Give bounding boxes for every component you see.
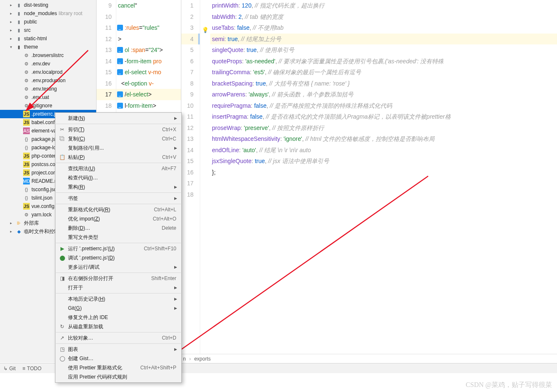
code-line[interactable]: singleQuote: true, // 使用单引号 — [210, 44, 557, 56]
menu-item[interactable]: ↻从磁盘重新加载 — [55, 322, 181, 331]
fold-marker-icon[interactable] — [117, 58, 123, 64]
right-editor[interactable]: printWidth: 120, // 指定代码长度，超出换行tabWidth:… — [200, 0, 557, 363]
fold-marker-icon[interactable] — [117, 25, 123, 31]
fold-marker-icon[interactable] — [117, 103, 123, 109]
menu-shortcut: Ctrl+V — [162, 154, 176, 160]
menu-item[interactable]: ✂剪切(T)Ctrl+X — [55, 125, 181, 134]
tree-item-envproduction[interactable]: ⚙.env.production — [0, 76, 96, 85]
tree-item-label: tslint.json — [31, 195, 52, 201]
code-line[interactable]: }; — [210, 167, 557, 178]
tree-item-theme[interactable]: ▾▮theme — [0, 43, 96, 51]
menu-item[interactable]: 📋粘贴(P)Ctrl+V — [55, 153, 181, 162]
code-line[interactable]: jsxSingleQuote: true, // jsx 语法中使用单引号 — [210, 156, 557, 167]
menu-item[interactable]: 修复文件上的 IDE — [55, 313, 181, 322]
menu-item[interactable]: ▶运行 '.prettierrc.js'(U)Ctrl+Shift+F10 — [55, 244, 181, 253]
tree-item-gitignore[interactable]: ⚙.gitignore — [0, 101, 96, 110]
chevron-icon: ▸ — [10, 20, 15, 24]
code-line[interactable]: proseWrap: 'preserve', // 按照文件原样折行 — [210, 122, 557, 134]
fold-marker-icon[interactable] — [117, 69, 123, 75]
menu-item[interactable]: 重构(R)▶ — [55, 182, 181, 192]
menu-item[interactable]: 书签▶ — [55, 194, 181, 203]
code-line[interactable]: insertPragma: false, // 是否在格式化的文件顶部插入Pra… — [210, 111, 557, 122]
menu-item[interactable]: 删除(D)…Delete — [55, 223, 181, 233]
code-line[interactable]: arrowParens: 'always', // 箭头函数，单个参数添加括号 — [210, 89, 557, 100]
code-line[interactable]: trailingComma: 'es5', // 确保对象的最后一个属性后有逗号 — [210, 67, 557, 78]
code-line[interactable]: -form-item pro — [116, 56, 181, 67]
git-tool-button[interactable]: ↳ Git — [3, 366, 16, 371]
menu-item[interactable]: 优化 import(Z)Ctrl+Alt+O — [55, 214, 181, 223]
tree-item-envuat[interactable]: ⚙.env.uat — [0, 93, 96, 101]
code-line[interactable]: l-form-item> — [116, 100, 181, 112]
tree-item-label: .env.dev — [31, 61, 50, 67]
chevron-right-icon: ▶ — [174, 347, 177, 351]
menu-item[interactable]: 重新格式化代码(R)Ctrl+Alt+L — [55, 205, 181, 214]
chevron-right-icon: › — [189, 356, 191, 362]
menu-item-icon: ✂ — [59, 127, 65, 132]
menu-shortcut: Ctrl+Shift+F10 — [144, 246, 176, 252]
gear-icon: ⚙ — [23, 69, 30, 75]
menu-item[interactable]: 更多运行/调试▶ — [55, 262, 181, 272]
menu-shortcut: Ctrl+C — [162, 136, 176, 142]
gear-icon: ⚙ — [23, 86, 30, 92]
menu-item[interactable]: 查找用法(U)Alt+F7 — [55, 164, 181, 173]
menu-item-label: 图表 — [68, 346, 78, 353]
right-editor-gutter: 123456789101112131415161718 — [181, 0, 200, 363]
branch-icon: ↳ — [3, 366, 8, 371]
tree-item-envtesting[interactable]: ⚙.env.testing — [0, 85, 96, 93]
code-line[interactable]: printWidth: 120, // 指定代码长度，超出换行 — [210, 0, 557, 11]
menu-item[interactable]: 应用 Prettier 代码样式规则 — [55, 372, 181, 382]
code-line[interactable]: <el-option v- — [116, 78, 181, 89]
menu-separator — [56, 343, 181, 344]
menu-item[interactable]: Git(G)▶ — [55, 304, 181, 313]
menu-item-label: 应用 Prettier 代码样式规则 — [68, 374, 127, 381]
code-line[interactable]: endOfLine: 'auto', // 结尾 \n \r \n\r auto — [210, 145, 557, 156]
breadcrumb-item[interactable]: n — [183, 356, 186, 362]
todo-tool-button[interactable]: ≡ TODO — [22, 366, 41, 371]
chevron-right-icon: ▶ — [174, 185, 177, 189]
context-menu: 新建(N)▶✂剪切(T)Ctrl+X⿻复制(C)Ctrl+C复制路径/引用...… — [55, 112, 182, 383]
menu-item[interactable]: ⬤调试 '.prettierrc.js'(D) — [55, 253, 181, 262]
code-line[interactable]: :rules="rules" — [116, 22, 181, 34]
code-line[interactable]: quoteProps: 'as-needed', // 要求对象字面量属性是否使… — [210, 56, 557, 67]
menu-item[interactable]: 使用 Prettier 重新格式化Ctrl+Alt+Shift+P — [55, 363, 181, 372]
menu-item[interactable]: 检查代码(I)… — [55, 173, 181, 182]
menu-item[interactable]: ◯创建 Gist… — [55, 354, 181, 363]
menu-item[interactable]: ◨在右侧拆分部分打开Shift+Enter — [55, 274, 181, 283]
menu-item[interactable]: 打开于▶ — [55, 283, 181, 292]
code-line[interactable] — [210, 178, 557, 189]
tree-item-nodemodules[interactable]: ▸▮node_moduleslibrary root — [0, 9, 96, 18]
code-line[interactable]: 💡useTabs: false, // 不使用tab — [210, 22, 557, 34]
menu-item[interactable]: 复制路径/引用...▶ — [55, 143, 181, 153]
fold-marker-icon[interactable] — [117, 47, 123, 53]
tree-item-statichtml[interactable]: ▸▮static-html — [0, 34, 96, 43]
code-line[interactable]: tabWidth: 2, // tab 键的宽度 — [210, 11, 557, 23]
tree-item-envlocalprod[interactable]: ⚙.env.localprod — [0, 68, 96, 76]
tree-item-browserslistrc[interactable]: ⚙.browserslistrc — [0, 51, 96, 60]
code-line[interactable]: semi: true, // 结尾加上分号 — [210, 34, 557, 45]
fold-marker-icon[interactable] — [117, 91, 123, 97]
code-line[interactable]: > — [116, 34, 181, 45]
menu-item[interactable]: ⿻复制(C)Ctrl+C — [55, 134, 181, 143]
intention-bulb-icon[interactable]: 💡 — [202, 25, 208, 31]
code-line[interactable]: cancel" — [116, 0, 181, 11]
code-line[interactable]: ol :span="24"> — [116, 44, 181, 56]
menu-item[interactable]: ◳图表▶ — [55, 345, 181, 354]
code-line[interactable]: el-select v-mo — [116, 67, 181, 78]
markdown-file-icon: MD — [23, 178, 30, 184]
menu-item[interactable]: 本地历史记录(H)▶ — [55, 294, 181, 304]
code-line[interactable]: htmlWhitespaceSensitivity: 'ignore', // … — [210, 133, 557, 145]
code-line[interactable]: requirePragma: false, // 是否严格按照文件顶部的特殊注释… — [210, 100, 557, 112]
code-line[interactable] — [210, 189, 557, 200]
menu-item[interactable]: ↗比较对象…Ctrl+D — [55, 333, 181, 343]
tree-item-disttesting[interactable]: ▸▮dist-testing — [0, 1, 96, 9]
code-line[interactable]: bracketSpacing: true, // 大括号有空格 { name: … — [210, 78, 557, 89]
code-line[interactable] — [116, 11, 181, 23]
tree-item-src[interactable]: ▸▮src — [0, 26, 96, 34]
code-line[interactable]: /el-select> — [116, 89, 181, 100]
breadcrumb-item[interactable]: exports — [194, 356, 211, 362]
menu-item-label: 复制路径/引用... — [68, 145, 104, 152]
tree-item-envdev[interactable]: ⚙.env.dev — [0, 60, 96, 68]
menu-item[interactable]: 重写文件类型 — [55, 233, 181, 242]
tree-item-public[interactable]: ▸▮public — [0, 18, 96, 26]
menu-item[interactable]: 新建(N)▶ — [55, 114, 181, 123]
